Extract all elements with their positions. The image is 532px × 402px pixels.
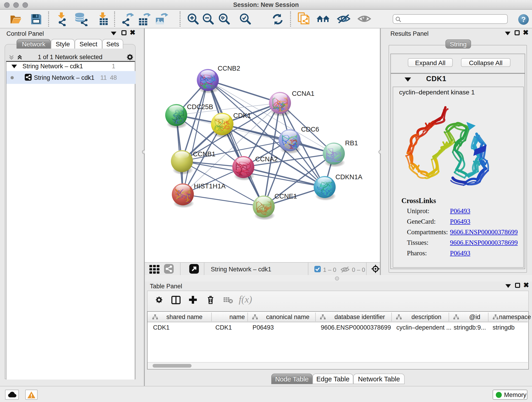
svg-text:CCNB1: CCNB1 [193,150,215,158]
svg-text:CCNA1: CCNA1 [292,90,314,97]
svg-text:HIST1H1A: HIST1H1A [194,182,226,190]
svg-text:CCNB2: CCNB2 [218,65,240,72]
svg-text:CCNE1: CCNE1 [274,192,297,200]
svg-text:CCNA2: CCNA2 [255,155,278,163]
svg-text:CDK1: CDK1 [233,112,251,119]
svg-text:CDC6: CDC6 [301,126,319,133]
svg-text:CDKN1A: CDKN1A [336,173,362,181]
svg-text:CDC25B: CDC25B [187,103,213,110]
svg-text:RB1: RB1 [345,139,358,147]
